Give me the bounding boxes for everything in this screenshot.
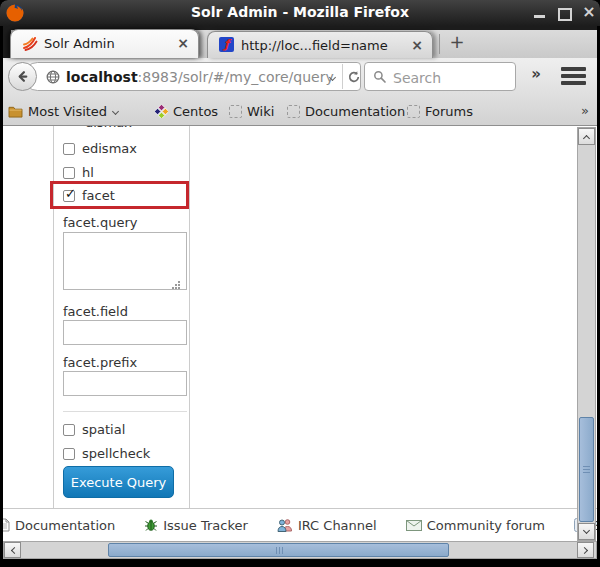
chevron-down-icon: [112, 107, 119, 114]
scroll-thumb-grip-icon: [276, 547, 277, 554]
solr-favicon-icon: [22, 35, 38, 51]
hamburger-icon: [561, 67, 586, 71]
back-button[interactable]: [8, 62, 37, 91]
bookmark-label: Forums: [425, 104, 473, 119]
footer-link-irc-channel[interactable]: IRC Channel: [277, 518, 377, 533]
chevron-down-icon: [583, 526, 590, 533]
bookmark-placeholder-icon: [229, 105, 242, 118]
checkmark-icon: ✓: [65, 186, 76, 201]
bookmark-wiki[interactable]: Wiki: [229, 96, 274, 126]
tab-title: http://loc...field=name: [241, 38, 388, 53]
checkbox-label: hl: [82, 165, 94, 180]
query-form-column: dismax edismax hl ✓ facet facet.query fa…: [53, 126, 190, 508]
footer-link-label: Documentation: [15, 518, 115, 533]
document-icon: [3, 518, 10, 532]
browser-toolbars: localhost:8983/solr/#/my_core/query »: [3, 58, 597, 126]
window-close-icon[interactable]: ×: [581, 2, 597, 22]
option-facet[interactable]: ✓ facet: [63, 188, 115, 203]
hamburger-icon: [561, 74, 586, 78]
checkbox-label: edismax: [82, 141, 137, 156]
scroll-right-button[interactable]: [577, 542, 594, 558]
facet-prefix-input[interactable]: [63, 371, 187, 396]
people-icon: [277, 518, 293, 532]
bookmark-centos[interactable]: Centos: [155, 96, 218, 126]
maximize-icon[interactable]: [558, 8, 572, 21]
checkbox-label: spatial: [82, 422, 125, 437]
horizontal-scrollbar[interactable]: [3, 541, 597, 559]
bug-icon: [144, 518, 158, 532]
url-host: localhost: [66, 69, 138, 85]
checkbox-hl[interactable]: [63, 167, 75, 179]
facet-prefix-label: facet.prefix: [63, 355, 137, 370]
footer-link-label: IRC Channel: [298, 518, 377, 533]
window-title: Solr Admin - Mozilla Firefox: [0, 4, 600, 20]
envelope-icon: [406, 520, 422, 531]
menu-button[interactable]: [561, 67, 586, 88]
option-hl[interactable]: hl: [63, 165, 94, 180]
scroll-left-button[interactable]: [4, 542, 21, 558]
scroll-down-button[interactable]: [578, 523, 595, 540]
option-spatial[interactable]: spatial: [63, 422, 125, 437]
folder-history-icon: [8, 105, 23, 118]
checkbox-edismax[interactable]: [63, 143, 75, 155]
footer-link-label: Community forum: [427, 518, 545, 533]
bookmark-most-visited[interactable]: Most Visited: [8, 96, 118, 126]
tab-strip: Solr Admin × ƒ http://loc...field=name ×…: [3, 26, 597, 58]
facet-field-label: facet.field: [63, 304, 128, 319]
reload-icon[interactable]: [347, 70, 361, 84]
hamburger-icon: [561, 81, 586, 85]
chevron-right-icon: [580, 546, 587, 553]
checkbox-label: facet: [82, 188, 115, 203]
tab-close-icon[interactable]: ×: [177, 35, 189, 51]
footer-link-documentation[interactable]: Documentation: [3, 518, 115, 533]
vertical-scroll-thumb[interactable]: [579, 417, 594, 522]
search-input[interactable]: [391, 64, 513, 91]
scroll-up-button[interactable]: [578, 128, 595, 145]
execute-query-button[interactable]: Execute Query: [63, 466, 174, 498]
checkbox-spellcheck[interactable]: [63, 448, 75, 460]
horizontal-scroll-thumb[interactable]: [108, 543, 449, 557]
chevron-left-icon: [10, 546, 17, 553]
tab-solr-admin[interactable]: Solr Admin ×: [10, 29, 199, 58]
option-edismax[interactable]: edismax: [63, 141, 137, 156]
search-bar[interactable]: [364, 62, 516, 91]
bookmark-label: Centos: [173, 104, 218, 119]
form-divider: [63, 411, 187, 412]
scroll-thumb-grip-icon: [583, 466, 590, 467]
checkbox-label: spellcheck: [82, 446, 150, 461]
window-titlebar: Solr Admin - Mozilla Firefox ×: [0, 0, 600, 26]
url-bar[interactable]: localhost:8983/solr/#/my_core/query: [23, 62, 361, 91]
search-icon: [373, 70, 387, 84]
url-path: :8983/solr/#/my_core/query: [138, 69, 334, 85]
bookmark-label: Documentation: [305, 104, 405, 119]
bookmark-placeholder-icon: [407, 105, 420, 118]
footer-link-community-forum[interactable]: Community forum: [406, 518, 545, 533]
globe-icon: [46, 70, 60, 84]
tab-title: Solr Admin: [44, 36, 115, 51]
json-favicon-icon: ƒ: [219, 37, 234, 52]
facet-field-input[interactable]: [63, 320, 187, 345]
checkbox-facet-checked[interactable]: ✓: [63, 190, 75, 202]
tab-close-icon[interactable]: ×: [411, 37, 423, 53]
bookmark-forums[interactable]: Forums: [407, 96, 473, 126]
bookmark-label: Wiki: [247, 104, 274, 119]
minimize-icon[interactable]: [534, 15, 545, 18]
toolbar-overflow-button[interactable]: »: [522, 65, 550, 83]
centos-logo-icon: [155, 105, 168, 118]
url-divider: [342, 64, 343, 89]
solr-footer: Documentation Issue Tracker IRC: [3, 508, 597, 541]
facet-query-label: facet.query: [63, 215, 137, 230]
bookmark-documentation[interactable]: Documentation: [287, 96, 405, 126]
option-spellcheck[interactable]: spellcheck: [63, 446, 150, 461]
bookmark-placeholder-icon: [287, 105, 300, 118]
vertical-scrollbar[interactable]: [577, 127, 596, 541]
textarea-resize-grip-icon[interactable]: [178, 281, 180, 283]
tab-query-result[interactable]: ƒ http://loc...field=name ×: [207, 31, 433, 58]
footer-link-issue-tracker[interactable]: Issue Tracker: [144, 518, 248, 533]
new-tab-button[interactable]: +: [445, 31, 469, 53]
bookmark-label: Most Visited: [28, 104, 107, 119]
bookmarks-overflow-button[interactable]: »: [581, 96, 589, 126]
checkbox-spatial[interactable]: [63, 424, 75, 436]
facet-query-textarea[interactable]: [63, 232, 187, 290]
clipped-dismax-label: dismax: [85, 126, 132, 131]
